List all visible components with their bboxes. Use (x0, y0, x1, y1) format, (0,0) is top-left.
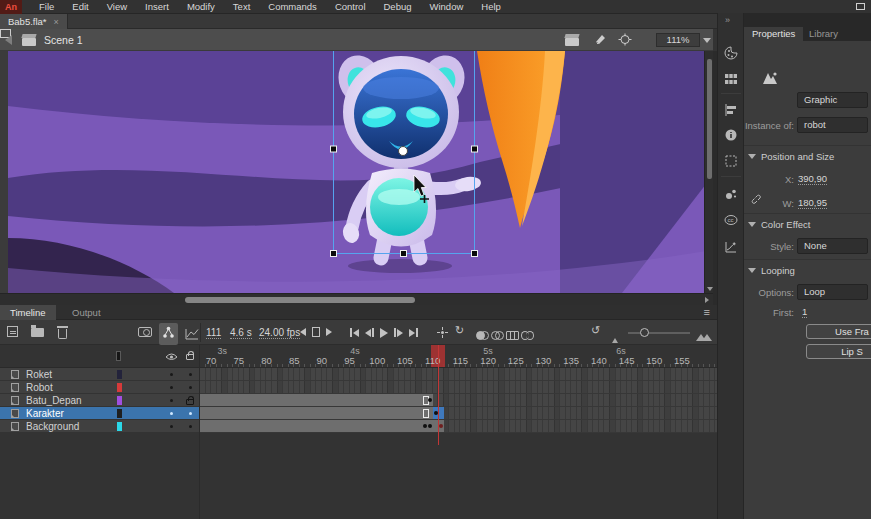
play-button[interactable] (380, 328, 388, 338)
delete-layer-button[interactable] (58, 326, 67, 339)
layer-lock-dot[interactable] (189, 412, 192, 415)
layer-frames-batu_depan[interactable] (199, 394, 718, 407)
menu-debug[interactable]: Debug (375, 0, 421, 14)
layer-frames-background[interactable] (199, 420, 718, 433)
tab-library[interactable]: Library (801, 27, 846, 41)
menu-modify[interactable]: Modify (178, 0, 224, 14)
loop-playback-button[interactable]: ↻ (455, 324, 464, 337)
zoom-level-field[interactable]: 111% (656, 33, 700, 47)
layer-frames-robot[interactable] (199, 381, 718, 394)
instance-name-field[interactable]: robot (797, 117, 868, 133)
info-panel-icon[interactable] (724, 128, 738, 142)
lock-all-layers-icon[interactable] (186, 354, 194, 360)
menu-edit[interactable]: Edit (63, 0, 97, 14)
new-folder-button[interactable] (31, 326, 44, 337)
layer-lock-icon[interactable] (186, 399, 194, 405)
first-frame-value[interactable]: 1 (802, 306, 807, 318)
color-effect-section-header[interactable]: Color Effect (748, 219, 810, 230)
layer-row-karakter[interactable]: Karakter (0, 407, 199, 420)
current-frame-value[interactable]: 111 (206, 327, 221, 339)
elapsed-time-value[interactable]: 4.6 s (230, 327, 252, 339)
timeline-zoom-slider[interactable] (628, 332, 690, 334)
layer-row-roket[interactable]: Roket (0, 368, 199, 381)
step-forward-one-frame-button[interactable] (394, 328, 403, 337)
layer-visibility-dot[interactable] (170, 425, 173, 428)
timeline-frames[interactable] (199, 368, 718, 434)
zoom-in-frames-icon[interactable] (696, 327, 712, 345)
step-back-button[interactable] (300, 328, 306, 336)
frame-rate-value[interactable]: 24.00 fps (259, 327, 300, 339)
show-keyframe-graph-button[interactable] (185, 326, 199, 344)
swatches-panel-icon[interactable] (724, 72, 738, 86)
scroll-right-icon[interactable] (705, 297, 709, 303)
step-back-one-frame-button[interactable] (365, 328, 374, 337)
stage[interactable] (0, 51, 713, 293)
layer-frames-karakter[interactable] (199, 407, 718, 420)
close-tab-icon[interactable]: × (54, 17, 59, 27)
center-frame-button[interactable] (436, 325, 449, 343)
layer-outline-color-swatch[interactable] (117, 370, 122, 379)
menu-text[interactable]: Text (224, 0, 259, 14)
looping-section-header[interactable]: Looping (748, 265, 795, 276)
layer-lock-dot[interactable] (189, 425, 192, 428)
layer-visibility-dot[interactable] (170, 399, 173, 402)
layer-parenting-button[interactable] (159, 323, 178, 345)
layer-row-background[interactable]: Background (0, 420, 199, 433)
show-hide-all-layers-icon[interactable] (165, 353, 178, 361)
brush-library-panel-icon[interactable] (724, 187, 738, 201)
edit-scene-icon[interactable] (565, 34, 580, 46)
step-forward-button[interactable] (326, 328, 332, 336)
tab-properties[interactable]: Properties (744, 27, 803, 41)
new-layer-button[interactable] (7, 326, 18, 337)
menu-insert[interactable]: Insert (136, 0, 178, 14)
collapse-panels-icon[interactable]: » (725, 15, 730, 25)
layer-outline-color-swatch[interactable] (117, 383, 122, 392)
timeline-zoom-knob[interactable] (640, 328, 649, 337)
layer-visibility-dot[interactable] (170, 412, 173, 415)
menu-help[interactable]: Help (472, 0, 510, 14)
timeline-ruler[interactable]: 3s4s5s6s 7075808590951001051101151201251… (199, 345, 718, 368)
menu-window[interactable]: Window (421, 0, 473, 14)
layer-visibility-dot[interactable] (170, 386, 173, 389)
transform-panel-icon[interactable] (724, 154, 738, 168)
menu-commands[interactable]: Commands (259, 0, 326, 14)
align-panel-icon[interactable] (724, 103, 738, 117)
stage-vertical-scrollbar[interactable] (704, 51, 713, 293)
layer-outline-color-swatch[interactable] (117, 422, 122, 431)
symbol-type-dropdown[interactable]: Graphic (797, 92, 868, 108)
go-to-first-frame-button[interactable] (350, 328, 359, 337)
onion-skin-outlines-button[interactable] (491, 326, 502, 344)
menu-control[interactable]: Control (326, 0, 375, 14)
reset-timeline-zoom-button[interactable]: ↺ (591, 324, 600, 337)
layer-row-robot[interactable]: Robot (0, 381, 199, 394)
scrollbar-thumb[interactable] (185, 297, 415, 303)
tab-timeline[interactable]: Timeline (0, 305, 56, 320)
back-arrow-icon[interactable] (5, 35, 12, 45)
w-value[interactable]: 180,95 (798, 197, 827, 209)
zoom-dropdown-caret-icon[interactable] (703, 38, 711, 43)
layer-outline-color-swatch[interactable] (117, 396, 122, 405)
layer-row-batu_depan[interactable]: Batu_Depan (0, 394, 199, 407)
style-dropdown[interactable]: None (797, 238, 868, 254)
layer-visibility-dot[interactable] (170, 373, 173, 376)
modify-markers-button[interactable] (521, 326, 532, 344)
layer-outline-color-swatch[interactable] (117, 409, 122, 418)
stage-horizontal-scrollbar[interactable] (0, 293, 713, 305)
edit-symbols-icon[interactable] (594, 33, 608, 46)
loop-options-dropdown[interactable]: Loop (797, 284, 868, 300)
use-frame-picker-button[interactable]: Use Fra (806, 324, 871, 339)
playhead-line[interactable] (438, 345, 439, 445)
lip-sync-button[interactable]: Lip S (806, 344, 871, 359)
center-stage-icon[interactable] (618, 33, 632, 46)
edit-multiple-frames-button[interactable] (506, 326, 517, 344)
motion-presets-panel-icon[interactable] (724, 240, 738, 254)
layer-lock-dot[interactable] (189, 373, 192, 376)
x-value[interactable]: 390,90 (798, 173, 827, 185)
scrollbar-thumb[interactable] (707, 59, 712, 179)
menu-view[interactable]: View (98, 0, 136, 14)
onion-skin-button[interactable] (476, 326, 487, 344)
document-tab[interactable]: Bab5.fla* × (0, 14, 68, 29)
layer-lock-dot[interactable] (189, 386, 192, 389)
position-size-section-header[interactable]: Position and Size (748, 151, 834, 162)
add-camera-button[interactable] (138, 326, 152, 337)
